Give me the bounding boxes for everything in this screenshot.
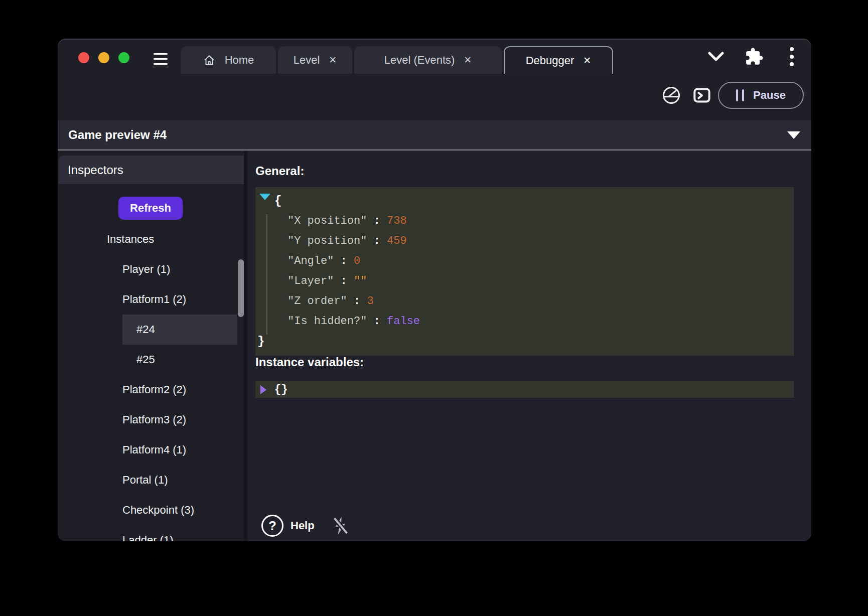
instance-tree: InstancesPlayer (1)Platform1 (2)#24#25Pl… [58, 224, 244, 541]
json-value: false [387, 315, 420, 328]
json-colon: : [367, 215, 387, 227]
json-value: 459 [387, 235, 407, 247]
tab-home[interactable]: Home [181, 46, 276, 74]
json-colon: : [367, 235, 387, 247]
json-colon: : [347, 295, 367, 307]
json-value: 3 [367, 295, 373, 307]
flash-off-icon[interactable] [331, 516, 351, 536]
tab-level[interactable]: Level [278, 46, 352, 74]
json-value: 738 [387, 215, 407, 227]
debugger-toolbar: Pause [58, 74, 811, 111]
minimize-window-button[interactable] [98, 52, 109, 63]
json-colon: : [367, 315, 387, 328]
variables-panel: {} [255, 381, 794, 398]
tab-bar: Home Level Level (Events) Debugger [181, 46, 613, 74]
json-entry: "Y position" : 459 [255, 231, 794, 251]
tree-item-platform1-2[interactable]: Platform1 (2) [58, 284, 244, 315]
tree-item-label: Player (1) [122, 263, 170, 275]
zoom-window-button[interactable] [118, 52, 129, 63]
pause-icon [736, 89, 744, 101]
close-icon[interactable] [583, 56, 591, 65]
json-entry: "Is hidden?" : false [255, 312, 794, 332]
sidebar-scrollbar[interactable] [238, 259, 244, 317]
debugger-window: Home Level Level (Events) Debugger [58, 39, 811, 541]
json-key: "Y position" [287, 235, 367, 247]
tree-item-ladder-1[interactable]: Ladder (1) [58, 525, 244, 541]
json-key: "X position" [287, 215, 367, 227]
tree-item-label: Portal (1) [122, 474, 168, 486]
tab-label: Debugger [526, 54, 574, 67]
help-icon[interactable] [261, 515, 283, 537]
tree-item-checkpoint-3[interactable]: Checkpoint (3) [58, 495, 244, 525]
json-value: 0 [354, 255, 360, 267]
json-entry: "Z order" : 3 [255, 291, 794, 312]
json-entry: "Angle" : 0 [255, 251, 794, 271]
json-colon: : [334, 255, 354, 267]
tree-item-label: Checkpoint (3) [122, 504, 194, 516]
help-label: Help [291, 519, 315, 532]
tree-item-portal-1[interactable]: Portal (1) [58, 465, 244, 495]
tree-item-label: Instances [107, 233, 154, 245]
json-entry: "X position" : 738 [255, 211, 794, 231]
tab-label: Home [225, 54, 254, 67]
refresh-button[interactable]: Refresh [118, 197, 183, 220]
tab-debugger[interactable]: Debugger [504, 46, 613, 74]
json-key: "Z order" [287, 295, 347, 307]
json-close-brace: } [255, 332, 794, 352]
home-icon [203, 54, 216, 67]
json-open-brace: { [255, 191, 794, 211]
inspector-detail-panel: General: {"X position" : 738"Y position"… [247, 150, 811, 541]
tab-label: Level [294, 54, 320, 67]
tree-item-instances[interactable]: Instances [58, 224, 244, 254]
expander-collapsed-icon[interactable] [260, 385, 266, 394]
json-value: "" [354, 275, 367, 287]
instance-variables-label: Instance variables: [255, 355, 364, 369]
traffic-lights [78, 52, 129, 63]
close-icon[interactable] [329, 55, 337, 65]
tree-item-label: Platform2 (2) [122, 383, 186, 396]
json-colon: : [334, 275, 354, 287]
tree-item-25[interactable]: #25 [58, 345, 244, 375]
profiler-gauge-button[interactable] [661, 85, 681, 105]
tree-item-platform4-1[interactable]: Platform4 (1) [58, 435, 244, 465]
panel-divider [244, 150, 247, 541]
json-key: "Angle" [287, 255, 334, 267]
inspectors-header: Inspectors [59, 156, 244, 184]
inspectors-sidebar: Inspectors Refresh InstancesPlayer (1)Pl… [58, 150, 244, 541]
tree-item-label: Platform1 (2) [122, 293, 186, 305]
collapse-triangle-icon[interactable] [787, 131, 800, 139]
chevron-down-button[interactable] [707, 51, 725, 63]
pause-button[interactable]: Pause [718, 82, 804, 109]
tree-item-label: #25 [136, 353, 155, 366]
variables-value: {} [255, 381, 794, 398]
general-label: General: [255, 164, 304, 178]
close-window-button[interactable] [78, 52, 89, 63]
kebab-menu-button[interactable] [790, 47, 794, 66]
tree-item-label: #24 [136, 323, 155, 336]
pause-label: Pause [753, 89, 786, 102]
json-key: "Layer" [287, 275, 334, 287]
indent-guide [266, 214, 267, 335]
tab-label: Level (Events) [384, 54, 455, 67]
tree-item-24[interactable]: #24 [58, 315, 244, 345]
json-entry: "Layer" : "" [255, 271, 794, 291]
tree-item-platform2-2[interactable]: Platform2 (2) [58, 375, 244, 405]
help-row: Help [261, 515, 351, 537]
tree-item-label: Platform3 (2) [122, 413, 186, 426]
tree-item-player-1[interactable]: Player (1) [58, 254, 244, 284]
tree-item-platform3-2[interactable]: Platform3 (2) [58, 405, 244, 435]
general-json-panel: {"X position" : 738"Y position" : 459"An… [255, 187, 794, 356]
tree-item-label: Ladder (1) [122, 534, 174, 541]
tree-item-label: Platform4 (1) [122, 443, 186, 456]
expander-open-icon[interactable] [259, 194, 270, 200]
json-key: "Is hidden?" [287, 315, 367, 328]
close-icon[interactable] [464, 55, 472, 65]
hamburger-menu-button[interactable] [154, 53, 168, 65]
game-preview-title: Game preview #4 [58, 120, 811, 149]
console-button[interactable] [692, 85, 712, 105]
tab-level-events[interactable]: Level (Events) [354, 46, 502, 74]
preview-header: Game preview #4 [58, 120, 811, 150]
extensions-puzzle-button[interactable] [745, 47, 764, 66]
